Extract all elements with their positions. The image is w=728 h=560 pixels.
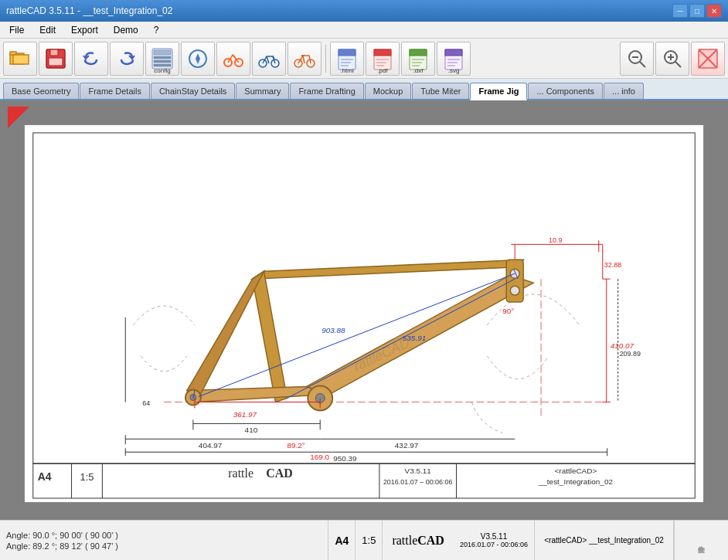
svg-rect-25: [374, 49, 391, 56]
export-dxf-button[interactable]: .dxf: [401, 42, 435, 76]
zoom-fit-icon: [696, 47, 719, 70]
tab-frame-drafting[interactable]: Frame Drafting: [290, 83, 363, 99]
tabs: Base Geometry Frame Details ChainStay De…: [0, 79, 728, 100]
tab-mockup[interactable]: Mockup: [365, 83, 412, 99]
svg-rect-9: [154, 60, 171, 63]
svg-text:950.39: 950.39: [333, 454, 357, 463]
open-button[interactable]: [3, 42, 37, 76]
maximize-button[interactable]: □: [689, 4, 705, 18]
svg-text:10.9: 10.9: [549, 236, 562, 244]
svg-rect-7: [154, 50, 171, 55]
svg-text:361.97: 361.97: [233, 410, 257, 419]
date-label: 2016.01.07 - 00:06:06: [460, 541, 528, 548]
bike2-icon: [293, 47, 316, 70]
tab-base-geometry[interactable]: Base Geometry: [3, 83, 79, 99]
svg-rect-2: [13, 55, 29, 64]
project-box: <rattleCAD> __test_Integration_02: [535, 521, 674, 560]
svg-text:2016.01.07 – 00:06:06: 2016.01.07 – 00:06:06: [383, 478, 453, 486]
export-pdf-button[interactable]: .pdf: [366, 42, 400, 76]
svg-text:CAD: CAD: [266, 467, 293, 480]
svg-text:209.89: 209.89: [620, 349, 641, 357]
undo-icon: [80, 47, 103, 70]
scale-box: 1:5: [355, 521, 383, 560]
bike-button[interactable]: [252, 42, 286, 76]
svg-text:1:5: 1:5: [80, 471, 94, 483]
bike2-button[interactable]: [287, 42, 321, 76]
zoom-out-button[interactable]: [620, 42, 654, 76]
tab-frame-jig[interactable]: Frame Jig: [470, 83, 527, 100]
tab-frame-details[interactable]: Frame Details: [80, 83, 149, 99]
title-block-area: rattleCAD: [383, 521, 454, 560]
menu-bar: File Edit Export Demo ?: [0, 22, 728, 39]
status-line-1: Angle: 90.0 °; 90 00' ( 90 00' ): [6, 531, 321, 540]
menu-export[interactable]: Export: [65, 23, 104, 37]
zoom-out-icon: [625, 47, 648, 70]
menu-file[interactable]: File: [3, 23, 30, 37]
minimize-button[interactable]: ─: [672, 4, 688, 18]
svg-rect-4: [50, 49, 58, 56]
svg-text:A4: A4: [38, 470, 52, 483]
corner-marker: [8, 107, 31, 130]
dxf-label: .dxf: [402, 67, 434, 74]
status-left: Angle: 90.0 °; 90 00' ( 90 00' ) Angle: …: [0, 521, 328, 560]
drawing-canvas[interactable]: 903.88 535.91 361.97 90° 410.07 89.2° 16…: [24, 124, 704, 503]
close-button[interactable]: ✕: [706, 4, 722, 18]
tool1-icon: [186, 47, 209, 70]
svg-line-41: [640, 62, 645, 67]
export-svg-button[interactable]: .svg: [437, 42, 471, 76]
project-title: <rattleCAD> __test_Integration_02: [544, 536, 664, 545]
undo-button[interactable]: [74, 42, 108, 76]
svg-text:169.0: 169.0: [310, 453, 329, 461]
svg-text:rattle: rattle: [228, 467, 253, 480]
save-icon: [44, 47, 67, 70]
tab-chainstay-details[interactable]: ChainStay Details: [151, 83, 235, 99]
svg-text:__test_Integration_02: __test_Integration_02: [538, 477, 614, 486]
html-label: .html: [331, 67, 363, 74]
config-label: config: [146, 67, 179, 74]
svg-text:<rattleCAD>: <rattleCAD>: [555, 467, 597, 475]
svg-text:410: 410: [245, 426, 258, 434]
scale-label: 1:5: [362, 535, 376, 546]
svg-rect-30: [410, 49, 427, 56]
export-html-button[interactable]: .html: [330, 42, 364, 76]
tab-summary[interactable]: Summary: [236, 83, 289, 99]
svg-marker-49: [8, 107, 29, 128]
separator1: [325, 45, 326, 73]
tool1-button[interactable]: [181, 42, 215, 76]
redo-button[interactable]: [110, 42, 144, 76]
svg-rect-20: [338, 49, 355, 56]
pdf-label: .pdf: [366, 67, 399, 74]
title-bar: rattleCAD 3.5.11 - __test_Integration_02…: [0, 0, 728, 22]
status-right: A4 1:5 rattleCAD V3.5.11 2016.01.07 - 00…: [328, 521, 728, 560]
svg-line-45: [675, 62, 681, 67]
status-line-2: Angle: 89.2 °; 89 12' ( 90 47' ): [6, 541, 321, 551]
redo-icon: [115, 47, 138, 70]
svg-text:410.07: 410.07: [611, 341, 634, 349]
tab-info[interactable]: ... info: [604, 83, 644, 99]
title-bar-text: rattleCAD 3.5.11 - __test_Integration_02: [6, 5, 172, 16]
svg-rect-8: [154, 56, 171, 59]
format-label: A4: [335, 535, 349, 547]
save-button[interactable]: [39, 42, 73, 76]
menu-demo[interactable]: Demo: [107, 23, 145, 37]
tab-components[interactable]: ... Components: [528, 83, 603, 99]
svg-rect-5: [49, 58, 63, 66]
svg-text:404.97: 404.97: [199, 441, 223, 450]
svg-rect-35: [445, 49, 462, 56]
tab-tube-miter[interactable]: Tube Miter: [412, 83, 469, 99]
config-button[interactable]: config: [145, 42, 179, 76]
zoom-in-button[interactable]: [655, 42, 689, 76]
zoom-in-icon: [661, 47, 684, 70]
svg-rect-10: [154, 64, 171, 66]
bike-icon: [257, 47, 281, 70]
svg-rect-50: [26, 125, 702, 502]
svg-text:432.97: 432.97: [395, 441, 419, 450]
svg-text:V3.5.11: V3.5.11: [405, 467, 432, 475]
frame-jig-drawing: 903.88 535.91 361.97 90° 410.07 89.2° 16…: [25, 125, 703, 502]
zoom-fit-button[interactable]: [691, 42, 725, 76]
tool2-button[interactable]: [216, 42, 250, 76]
menu-edit[interactable]: Edit: [33, 23, 62, 37]
menu-help[interactable]: ?: [148, 23, 165, 37]
status-bar: Angle: 90.0 °; 90 00' ( 90 00' ) Angle: …: [0, 520, 728, 560]
title-bar-controls: ─ □ ✕: [672, 4, 722, 18]
